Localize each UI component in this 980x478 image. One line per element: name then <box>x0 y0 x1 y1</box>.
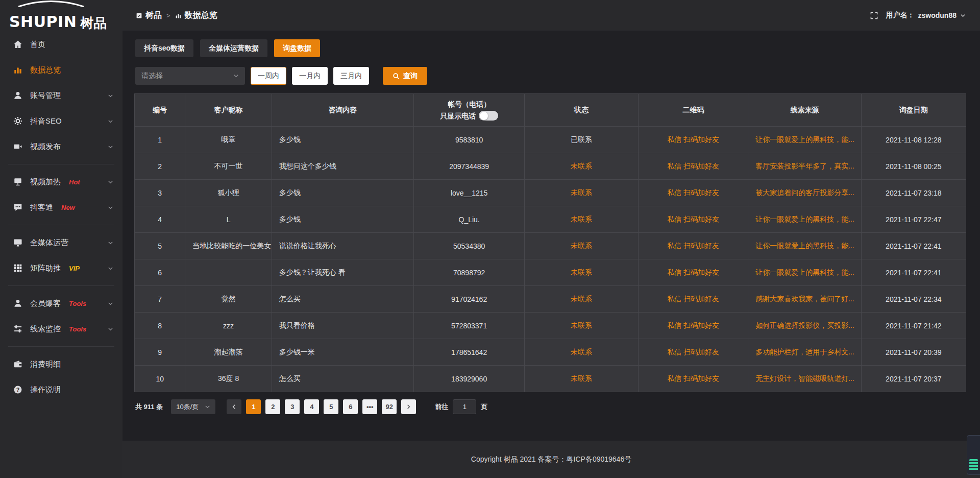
copyright-text: Copyright 树品 2021 备案号：粤ICP备09019646号 <box>471 455 631 464</box>
sidebar-item-grid[interactable]: 矩阵助推VIP <box>0 255 122 281</box>
svg-text:?: ? <box>16 387 20 393</box>
range-button-三月内[interactable]: 三月内 <box>333 67 369 85</box>
cell-source-link-text[interactable]: 让你一眼就爱上的黑科技，能... <box>755 242 854 250</box>
phone-only-toggle[interactable] <box>479 111 498 121</box>
sidebar-item-chart[interactable]: 数据总览 <box>0 57 122 83</box>
table-row: 1哦章多少钱9583810已联系私信 扫码加好友让你一眼就爱上的黑科技，能...… <box>135 127 966 153</box>
sidebar-item-chat[interactable]: 抖客通New <box>0 195 122 220</box>
cell-date: 2021-11-07 20:37 <box>861 366 966 392</box>
cell-qr-link: 私信 扫码加好友 <box>639 233 748 259</box>
cell-qr-link-text[interactable]: 私信 扫码加好友 <box>667 321 719 329</box>
cell-source-link-text[interactable]: 如何正确选择投影仪，买投影... <box>755 321 854 329</box>
cell-content: 我只看价格 <box>272 313 414 339</box>
fullscreen-icon[interactable] <box>870 12 878 19</box>
cell-account: Q_Liu. <box>414 206 525 233</box>
sidebar-item-member[interactable]: 会员爆客Tools <box>0 291 122 316</box>
cell-qr-link-text[interactable]: 私信 扫码加好友 <box>667 268 719 276</box>
badge-tools: Tools <box>69 325 86 333</box>
sidebar-item-label: 数据总览 <box>30 65 61 75</box>
range-button-一月内[interactable]: 一月内 <box>292 67 328 85</box>
cell-source-link-text[interactable]: 无主灯设计，智能磁吸轨道灯... <box>755 374 854 383</box>
cell-source-link-text[interactable]: 感谢大家喜欢我家，被问了好... <box>755 295 854 303</box>
cell-date: 2021-11-07 22:41 <box>861 233 966 259</box>
cell-qr-link-text[interactable]: 私信 扫码加好友 <box>667 135 719 144</box>
cell-qr-link-text[interactable]: 私信 扫码加好友 <box>667 242 719 250</box>
table-row: 8zzz我只看价格572803371未联系私信 扫码加好友如何正确选择投影仪，买… <box>135 313 966 339</box>
sidebar-item-label: 视频发布 <box>30 142 61 152</box>
cell-source-link-text[interactable]: 被大家追着问的客厅投影分享... <box>755 188 854 197</box>
page-button-4[interactable]: 4 <box>304 399 319 414</box>
sidebar-item-gear[interactable]: 抖音SEO <box>0 108 122 134</box>
sidebar-item-sliders[interactable]: 线索监控Tools <box>0 316 122 342</box>
page-button-1[interactable]: 1 <box>246 399 261 414</box>
cell-source-link-text[interactable]: 多功能护栏灯，适用于乡村文... <box>755 348 854 356</box>
page-button-3[interactable]: 3 <box>285 399 300 414</box>
chevron-down-icon <box>108 240 113 246</box>
cell-qr-link-text[interactable]: 私信 扫码加好友 <box>667 188 719 197</box>
home-icon <box>13 40 22 49</box>
sidebar-item-label: 消费明细 <box>30 360 61 369</box>
tab-询盘数据[interactable]: 询盘数据 <box>274 39 320 57</box>
table-row: 6多少钱？让我死心 看70898792未联系私信 扫码加好友让你一眼就爱上的黑科… <box>135 259 966 286</box>
page-button-5[interactable]: 5 <box>324 399 338 414</box>
cell-date: 2021-11-07 22:41 <box>861 259 966 286</box>
sidebar-item-wallet[interactable]: 消费明细 <box>0 351 122 377</box>
cell-qr-link-text[interactable]: 私信 扫码加好友 <box>667 215 719 223</box>
video-icon <box>13 142 22 151</box>
badge-hot: Hot <box>69 178 80 186</box>
page-button-92[interactable]: 92 <box>382 399 397 414</box>
cell-date: 2021-11-07 22:47 <box>861 206 966 233</box>
goto-page: 前往 页 <box>435 399 487 414</box>
next-page-button[interactable] <box>401 399 416 414</box>
breadcrumb-item-current[interactable]: 数据总览 <box>175 10 217 21</box>
page-button-2[interactable]: 2 <box>265 399 280 414</box>
cell-content: 怎么买 <box>272 286 414 313</box>
cell-nickname <box>185 259 272 286</box>
username-label: 用户名： <box>886 11 915 20</box>
tab-全媒体运营数据[interactable]: 全媒体运营数据 <box>200 39 267 57</box>
cell-source-link: 感谢大家喜欢我家，被问了好... <box>748 286 862 313</box>
cell-content: 多少钱一米 <box>272 339 414 366</box>
sidebar-item-monitor[interactable]: 全媒体运营 <box>0 230 122 255</box>
sidebar-item-user[interactable]: 账号管理 <box>0 83 122 108</box>
user-menu[interactable]: 用户名：zswodun88 <box>886 11 966 20</box>
sidebar-divider <box>8 225 114 225</box>
range-button-一周内[interactable]: 一周内 <box>251 67 286 85</box>
sidebar-item-heat[interactable]: 视频加热Hot <box>0 169 122 195</box>
cell-qr-link-text[interactable]: 私信 扫码加好友 <box>667 348 719 356</box>
cell-source-link-text[interactable]: 让你一眼就爱上的黑科技，能... <box>755 268 854 276</box>
chat-icon <box>13 203 22 212</box>
cell-date: 2021-11-07 21:42 <box>861 313 966 339</box>
filter-select[interactable]: 请选择 <box>135 67 245 85</box>
cell-content: 我想问这个多少钱 <box>272 153 414 180</box>
pagination: 共 911 条 10条/页 123456•••92 前往 页 <box>135 399 487 414</box>
sidebar-item-help[interactable]: ?操作说明 <box>0 377 122 402</box>
cell-source-link-text[interactable]: 客厅安装投影半年多了，真实... <box>755 162 854 170</box>
cell-source-link-text[interactable]: 让你一眼就爱上的黑科技，能... <box>755 215 854 223</box>
page-button-6[interactable]: 6 <box>343 399 358 414</box>
table-row: 4L多少钱Q_Liu.未联系私信 扫码加好友让你一眼就爱上的黑科技，能...20… <box>135 206 966 233</box>
cell-date: 2021-11-07 20:39 <box>861 339 966 366</box>
goto-page-input[interactable] <box>453 399 476 414</box>
prev-page-button[interactable] <box>227 399 241 414</box>
cell-qr-link-text[interactable]: 私信 扫码加好友 <box>667 162 719 170</box>
column-header: 咨询内容 <box>272 94 414 127</box>
cell-qr-link-text[interactable]: 私信 扫码加好友 <box>667 374 719 383</box>
chevron-down-icon <box>233 73 239 79</box>
chevron-down-icon <box>108 301 113 306</box>
chevron-left-icon <box>231 404 237 410</box>
sidebar-item-home[interactable]: 首页 <box>0 32 122 57</box>
sidebar-item-label: 操作说明 <box>30 385 61 395</box>
cell-source-link-text[interactable]: 让你一眼就爱上的黑科技，能... <box>755 135 854 144</box>
column-header: 线索来源 <box>748 94 862 127</box>
sidebar-item-video[interactable]: 视频发布 <box>0 134 122 159</box>
cell-qr-link-text[interactable]: 私信 扫码加好友 <box>667 295 719 303</box>
sliders-icon <box>13 324 22 333</box>
search-button[interactable]: 查询 <box>383 67 427 85</box>
pages-ellipsis-button[interactable]: ••• <box>362 399 377 414</box>
page-size-select[interactable]: 10条/页 <box>171 399 215 414</box>
breadcrumb-item-home[interactable]: 树品 <box>136 10 162 21</box>
floating-widget[interactable] <box>967 435 980 475</box>
cell-source-link: 如何正确选择投影仪，买投影... <box>748 313 862 339</box>
tab-抖音seo数据[interactable]: 抖音seo数据 <box>135 39 193 57</box>
